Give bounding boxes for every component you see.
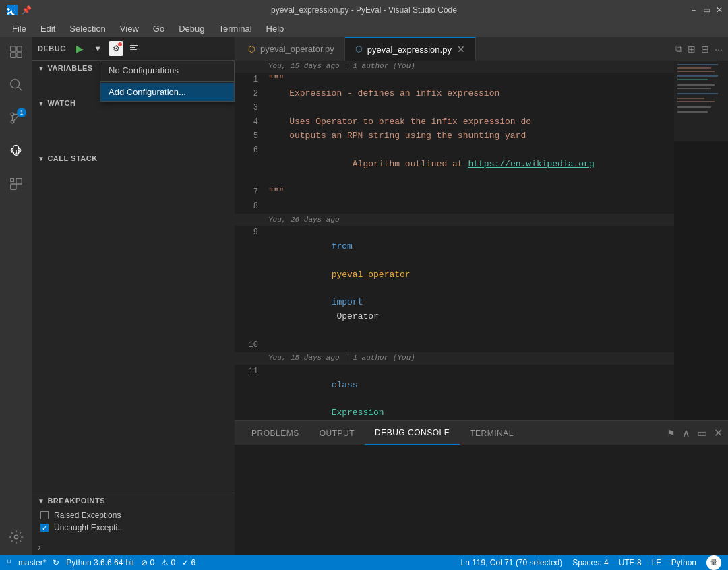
menu-selection[interactable]: Selection: [64, 22, 111, 35]
code-line-11: 11 class Expression ():: [235, 365, 674, 420]
menu-help[interactable]: Help: [261, 22, 290, 35]
debug-label: DEBUG: [38, 44, 66, 53]
code-line-7: 7 """: [235, 185, 674, 199]
eol-label[interactable]: LF: [652, 558, 661, 567]
activity-explorer[interactable]: [5, 40, 28, 63]
debug-start-button[interactable]: ▶: [72, 41, 87, 56]
code-content-11: class Expression ():: [268, 365, 674, 420]
sync-icon[interactable]: ↻: [53, 558, 59, 567]
editor-area: ⬡ pyeval_operator.py ⬡ pyeval_expression…: [235, 37, 728, 555]
tab-pyeval-operator[interactable]: ⬡ pyeval_operator.py: [238, 37, 345, 61]
svg-rect-0: [11, 46, 16, 51]
split-panel-icon[interactable]: ▭: [697, 426, 707, 439]
add-configuration-item[interactable]: Add Configuration...: [100, 83, 234, 101]
status-bar: ⑂ master* ↻ Python 3.6.6 64-bit ⊘ 0 ⚠ 0 …: [0, 555, 728, 570]
callstack-section: ▼ CALL STACK: [32, 151, 235, 300]
callstack-arrow: ▼: [38, 155, 44, 162]
panel-content: [235, 445, 728, 555]
code-line-4: 4 Uses Operator to break the infix expre…: [235, 115, 674, 129]
variables-label: VARIABLES: [47, 64, 92, 72]
activity-settings[interactable]: [5, 526, 28, 548]
chevron-up-icon[interactable]: ∧: [682, 426, 690, 439]
close-panel-button[interactable]: ✕: [714, 426, 723, 439]
ellipsis-button[interactable]: ···: [715, 44, 723, 55]
svg-point-10: [16, 153, 17, 154]
filter-icon[interactable]: ⚑: [667, 428, 675, 439]
code-content-3: [268, 101, 674, 115]
breakpoints-header[interactable]: ▼ BREAKPOINTS: [32, 493, 235, 508]
warnings-label[interactable]: ⚠ 0: [161, 558, 175, 567]
status-right: Ln 119, Col 71 (70 selected) Spaces: 4 U…: [460, 555, 721, 570]
git-annotation-3: You, 15 days ago | 1 author (You): [235, 352, 674, 365]
git-branch-label[interactable]: master*: [18, 558, 46, 567]
activity-git[interactable]: 1: [5, 106, 28, 129]
callstack-header[interactable]: ▼ CALL STACK: [32, 151, 235, 166]
svg-rect-3: [17, 53, 22, 57]
bottom-panel: PROBLEMS OUTPUT DEBUG CONSOLE TERMINAL ⚑…: [235, 420, 728, 555]
svg-rect-25: [674, 61, 728, 141]
git-annotation-1: You, 15 days ago | 1 author (You): [235, 61, 674, 73]
breakpoints-content: Raised Exceptions ✓ Uncaught Excepti... …: [32, 508, 235, 555]
svg-rect-11: [11, 184, 16, 189]
menu-terminal[interactable]: Terminal: [213, 22, 257, 35]
menu-debug[interactable]: Debug: [173, 22, 210, 35]
more-tabs-button[interactable]: ⊞: [688, 44, 696, 55]
activity-search[interactable]: [5, 73, 28, 96]
debug-toolbar: DEBUG ▶ ▼ ⚙ No Configurations: [32, 37, 235, 61]
uncaught-exceptions-checkbox[interactable]: ✓: [40, 524, 49, 532]
tab-pyeval-operator-label: pyeval_operator.py: [260, 44, 334, 54]
code-content-5: outputs an RPN string using the shunting…: [268, 129, 674, 144]
cursor-position-label[interactable]: Ln 119, Col 71 (70 selected): [460, 558, 562, 567]
maximize-button[interactable]: ▭: [703, 5, 710, 15]
tab-problems[interactable]: PROBLEMS: [241, 421, 309, 445]
activity-extensions[interactable]: [5, 172, 28, 195]
raised-exceptions-checkbox[interactable]: [40, 511, 49, 519]
watch-arrow: ▼: [38, 100, 44, 107]
debug-config-dropdown-button[interactable]: ▼: [90, 41, 105, 56]
debug-gear-button[interactable]: ⚙: [109, 41, 123, 56]
layout-button[interactable]: ⊟: [701, 44, 709, 55]
tab-close-button[interactable]: ✕: [457, 44, 465, 55]
menu-edit[interactable]: Edit: [35, 22, 61, 35]
code-9-class: Operator: [332, 311, 379, 321]
code-content-8: [268, 199, 674, 214]
line-number-11: 11: [235, 365, 268, 378]
debug-terminal-button[interactable]: [127, 41, 142, 56]
git-badge: 1: [17, 108, 26, 117]
resize-handle[interactable]: ›: [32, 540, 235, 554]
spaces-label[interactable]: Spaces: 4: [572, 558, 608, 567]
minimize-button[interactable]: －: [690, 5, 698, 16]
code-line-8: 8: [235, 199, 674, 214]
activity-bottom: [5, 526, 28, 555]
annotation-2-text: You, 26 days ago: [268, 214, 340, 226]
python-version-label[interactable]: Python 3.6.6 64-bit: [66, 558, 134, 567]
activity-debug[interactable]: [5, 139, 28, 162]
no-configurations-item[interactable]: No Configurations: [100, 61, 234, 80]
menu-view[interactable]: View: [115, 22, 144, 35]
code-line-6: 6 Algorithm outlined at https://en.wikip…: [235, 144, 674, 185]
language-label[interactable]: Python: [671, 558, 696, 567]
tab-debug-console[interactable]: DEBUG CONSOLE: [365, 421, 460, 445]
menu-go[interactable]: Go: [148, 22, 170, 35]
titlebar: 📌 pyeval_expression.py - PyEval - Visual…: [0, 0, 728, 20]
errors-label[interactable]: ⊘ 0: [141, 558, 154, 567]
code-line-2: 2 Expression - defines an infix expressi…: [235, 87, 674, 101]
breakpoints-arrow: ▼: [38, 497, 44, 505]
line-number-1: 1: [235, 73, 268, 86]
code-editor[interactable]: You, 15 days ago | 1 author (You) 1 """ …: [235, 61, 674, 420]
checks-label[interactable]: ✓ 6: [182, 558, 195, 567]
window-title: pyeval_expression.py - PyEval - Visual S…: [271, 5, 457, 15]
tab-output[interactable]: OUTPUT: [309, 421, 365, 445]
menu-file[interactable]: File: [7, 22, 32, 35]
encoding-label[interactable]: UTF-8: [619, 558, 642, 567]
tab-pyeval-expression[interactable]: ⬡ pyeval_expression.py ✕: [345, 37, 476, 61]
code-content-2: Expression - defines an infix expression: [268, 87, 674, 101]
tab-bar: ⬡ pyeval_operator.py ⬡ pyeval_expression…: [235, 37, 728, 61]
minimap: [674, 61, 728, 420]
close-button[interactable]: ✕: [716, 5, 723, 15]
tab-terminal[interactable]: TERMINAL: [460, 421, 524, 445]
bp-spacer: [32, 534, 235, 540]
code-6-str: Algorithm outlined at: [332, 159, 468, 169]
main-area: 1: [0, 37, 728, 555]
split-editor-button[interactable]: ⧉: [675, 43, 682, 55]
